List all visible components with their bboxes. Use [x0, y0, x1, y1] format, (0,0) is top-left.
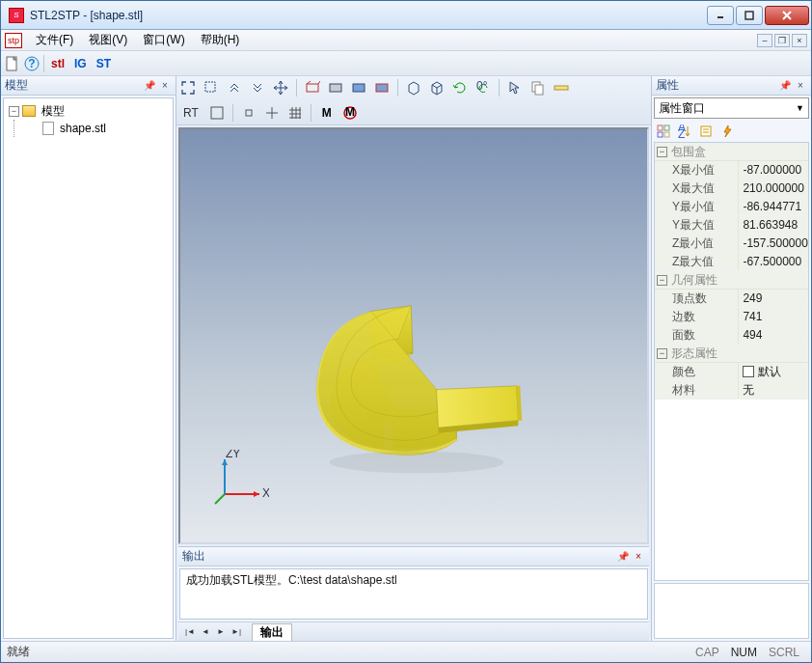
- output-close-icon[interactable]: ×: [632, 550, 645, 564]
- format-stl-button[interactable]: stl: [48, 57, 68, 70]
- property-description: [654, 583, 809, 639]
- svg-text:?: ?: [28, 57, 35, 70]
- title-bar: S STL2STP - [shape.stl]: [1, 1, 811, 30]
- category-geometry[interactable]: −几何属性: [655, 271, 808, 290]
- tab-last-icon[interactable]: ►|: [230, 625, 243, 639]
- output-title: 输出: [182, 548, 205, 565]
- svg-rect-13: [376, 84, 388, 92]
- mdi-controls: – ❐ ×: [757, 34, 807, 47]
- tree-root-row[interactable]: − 模型: [6, 102, 171, 120]
- measure-icon[interactable]: [554, 80, 569, 96]
- svg-rect-7: [205, 82, 215, 92]
- properties-object-select[interactable]: 属性窗口 ▼: [654, 97, 809, 119]
- svg-rect-32: [658, 132, 663, 137]
- wireframe-icon[interactable]: [305, 80, 320, 96]
- zoom-out-icon[interactable]: [250, 80, 265, 96]
- properties-close-icon[interactable]: ×: [794, 79, 807, 93]
- output-tabbar: |◄ ◄ ► ►| 输出: [178, 622, 649, 641]
- tab-next-icon[interactable]: ►: [214, 625, 228, 639]
- rotate-icon[interactable]: [452, 80, 468, 96]
- tab-prev-icon[interactable]: ◄: [199, 625, 212, 639]
- prop-ymin: Y最小值-86.944771: [655, 198, 808, 216]
- properties-object-label: 属性窗口: [659, 100, 705, 117]
- menu-help[interactable]: 帮助(H): [193, 30, 248, 50]
- prop-ymax: Y最大值81.663948: [655, 216, 808, 235]
- rotate-angle-icon[interactable]: 0°: [475, 80, 491, 96]
- help-icon[interactable]: ?: [24, 56, 40, 71]
- output-tab[interactable]: 输出: [252, 623, 292, 641]
- property-grid[interactable]: −包围盒 X最小值-87.000000 X最大值210.000000 Y最小值-…: [654, 142, 809, 581]
- copy-icon[interactable]: [530, 80, 546, 96]
- panel-close-icon[interactable]: ×: [158, 79, 172, 93]
- svg-rect-31: [664, 125, 669, 130]
- tab-first-icon[interactable]: |◄: [183, 625, 197, 639]
- svg-text:M: M: [345, 105, 355, 119]
- view-iso-icon[interactable]: [429, 80, 445, 96]
- tree-collapse-icon[interactable]: −: [9, 106, 19, 117]
- pages-icon[interactable]: [698, 124, 714, 139]
- svg-text:ZY: ZY: [226, 450, 240, 460]
- close-button[interactable]: [765, 6, 809, 25]
- mdi-minimize-button[interactable]: –: [757, 34, 772, 47]
- category-bbox[interactable]: −包围盒: [655, 143, 808, 161]
- mdi-restore-button[interactable]: ❐: [774, 34, 790, 47]
- viewport-toolbar: 0° RT M M: [176, 76, 651, 125]
- pan-icon[interactable]: [273, 80, 288, 96]
- format-ig-button[interactable]: IG: [71, 57, 90, 70]
- menu-view[interactable]: 视图(V): [81, 30, 135, 50]
- prop-color: 颜色默认: [655, 363, 808, 381]
- lightning-icon[interactable]: [719, 124, 735, 139]
- mode-m-circle-icon[interactable]: M: [342, 105, 358, 121]
- svg-line-28: [215, 494, 225, 504]
- 3d-viewport[interactable]: X ZY: [178, 127, 649, 544]
- output-panel: 输出 📌 × 成功加载STL模型。C:\test data\shape.stl …: [178, 546, 649, 641]
- properties-title: 属性: [656, 77, 679, 94]
- view-front-icon[interactable]: [406, 80, 421, 96]
- svg-rect-19: [246, 110, 252, 116]
- hidden-line-icon[interactable]: [328, 80, 343, 96]
- grid-toggle-icon[interactable]: [209, 105, 225, 121]
- zoom-window-icon[interactable]: [203, 80, 219, 96]
- prop-material: 材料无: [655, 381, 808, 400]
- minimize-button[interactable]: [707, 6, 734, 25]
- shaded-icon[interactable]: [351, 80, 366, 96]
- shaded-edges-icon[interactable]: [374, 80, 390, 96]
- output-log[interactable]: 成功加载STL模型。C:\test data\shape.stl: [179, 568, 648, 620]
- prop-edges: 边数741: [655, 308, 808, 326]
- category-shape[interactable]: −形态属性: [655, 345, 808, 363]
- properties-toolbar: AZ: [654, 121, 809, 142]
- properties-pin-icon[interactable]: 📌: [778, 79, 792, 93]
- new-file-icon[interactable]: [5, 56, 20, 71]
- pin-icon[interactable]: 📌: [143, 79, 156, 93]
- status-ready: 就绪: [7, 644, 30, 660]
- snap-end-icon[interactable]: [241, 105, 257, 121]
- model-tree[interactable]: − 模型 shape.stl: [3, 97, 174, 639]
- realtime-toggle[interactable]: RT: [180, 106, 202, 120]
- zoom-in-icon[interactable]: [227, 80, 242, 96]
- select-icon[interactable]: [507, 80, 523, 96]
- mdi-close-button[interactable]: ×: [792, 34, 807, 47]
- snap-mid-icon[interactable]: [264, 105, 280, 121]
- format-st-button[interactable]: ST: [94, 57, 114, 70]
- window-title: STL2STP - [shape.stl]: [30, 9, 705, 22]
- status-bar: 就绪 CAP NUM SCRL: [1, 641, 811, 662]
- maximize-button[interactable]: [736, 6, 763, 25]
- menu-bar: stp 文件(F) 视图(V) 窗口(W) 帮助(H) – ❐ ×: [1, 30, 811, 51]
- model-tree-header: 模型 📌 ×: [1, 76, 176, 96]
- output-pin-icon[interactable]: 📌: [616, 550, 630, 564]
- categorize-icon[interactable]: [656, 124, 671, 139]
- file-icon: [42, 122, 54, 135]
- properties-panel: 属性 📌 × 属性窗口 ▼ AZ −包围盒 X最小值-87.000000 X最大…: [651, 76, 811, 641]
- menu-window[interactable]: 窗口(W): [135, 30, 192, 50]
- mode-m-toggle[interactable]: M: [319, 106, 335, 120]
- svg-rect-18: [211, 107, 223, 119]
- tree-file-row[interactable]: shape.stl: [6, 120, 171, 137]
- sort-icon[interactable]: AZ: [677, 124, 692, 139]
- color-swatch: [743, 366, 754, 377]
- status-num: NUM: [731, 646, 757, 659]
- snap-grid-icon[interactable]: [287, 105, 303, 121]
- fit-all-icon[interactable]: [180, 80, 196, 96]
- menu-file[interactable]: 文件(F): [28, 30, 81, 50]
- prop-xmin: X最小值-87.000000: [655, 161, 808, 180]
- tree-root-label: 模型: [40, 103, 67, 120]
